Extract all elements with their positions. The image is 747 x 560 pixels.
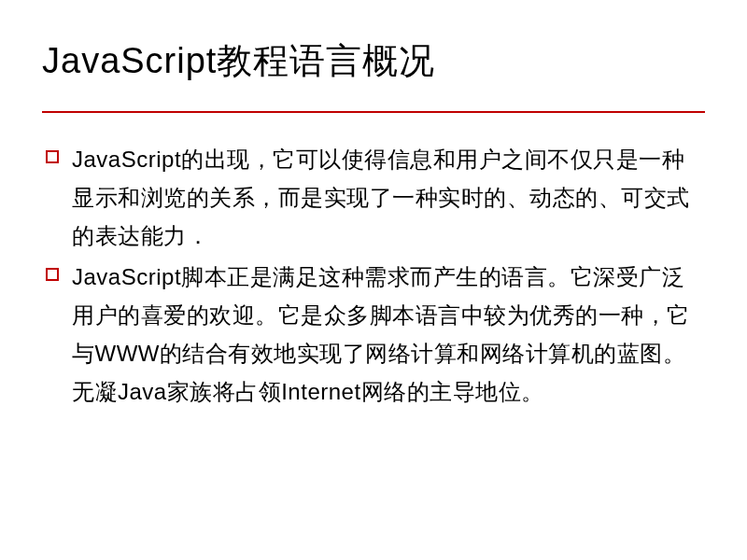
square-bullet-icon <box>46 268 59 281</box>
title-underline <box>42 111 705 113</box>
bullet-text: JavaScript的出现，它可以使得信息和用户之间不仅只是一种显示和浏览的关系… <box>72 141 705 255</box>
bullet-text: JavaScript脚本正是满足这种需求而产生的语言。它深受广泛用户的喜爱的欢迎… <box>72 259 705 411</box>
list-item: JavaScript脚本正是满足这种需求而产生的语言。它深受广泛用户的喜爱的欢迎… <box>42 259 705 411</box>
square-bullet-icon <box>46 150 59 163</box>
slide-title: JavaScript教程语言概况 <box>42 37 705 92</box>
list-item: JavaScript的出现，它可以使得信息和用户之间不仅只是一种显示和浏览的关系… <box>42 141 705 255</box>
bullet-list: JavaScript的出现，它可以使得信息和用户之间不仅只是一种显示和浏览的关系… <box>42 141 705 412</box>
slide-container: JavaScript教程语言概况 JavaScript的出现，它可以使得信息和用… <box>0 0 747 560</box>
